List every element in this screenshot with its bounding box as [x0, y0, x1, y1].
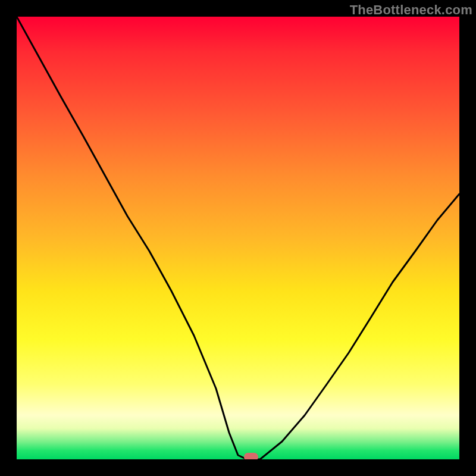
min-marker — [244, 453, 258, 459]
watermark-text: TheBottleneck.com — [350, 2, 472, 18]
bottleneck-curve — [17, 17, 459, 459]
plot-area — [17, 17, 459, 459]
chart-stage: TheBottleneck.com — [0, 0, 476, 476]
curve-line — [17, 17, 459, 459]
